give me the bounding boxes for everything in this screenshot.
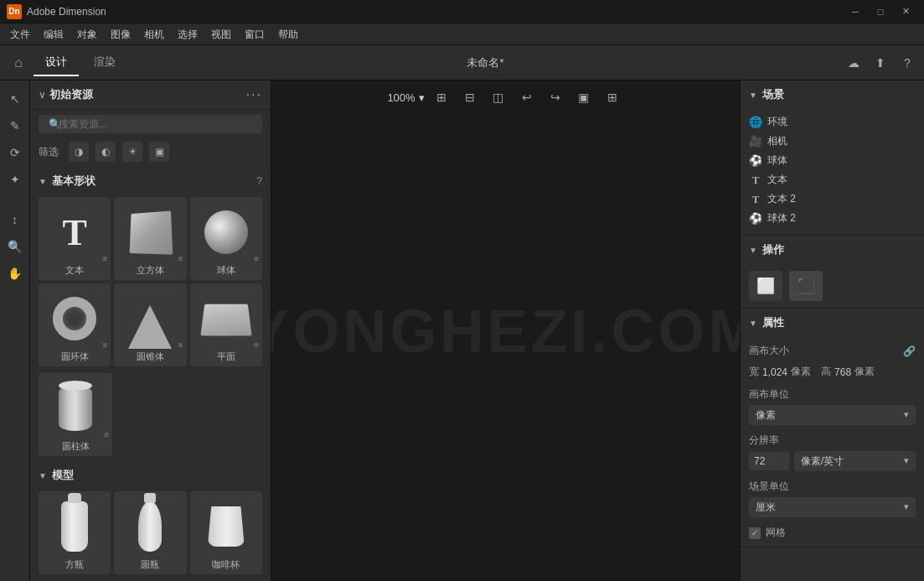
canvas-unit-block: 画布单位 像素 厘米 英寸 毫米 — [749, 387, 916, 425]
basic-shapes-title: 基本形状 — [52, 174, 256, 189]
operations-section-header[interactable]: ▼ 操作 — [741, 236, 924, 264]
basic-shapes-help-icon[interactable]: ? — [256, 175, 262, 187]
shape-cube-item[interactable]: 立方体 ≡ — [114, 197, 186, 280]
basic-shapes-section-header[interactable]: ▼ 基本形状 ? — [30, 169, 271, 194]
menu-file[interactable]: 文件 — [3, 23, 37, 45]
split-view-button[interactable]: ⊟ — [458, 87, 482, 107]
menu-help[interactable]: 帮助 — [271, 23, 305, 45]
scene-unit-block: 场景单位 厘米 英寸 米 — [749, 480, 916, 517]
models-section-header[interactable]: ▼ 模型 — [30, 463, 271, 488]
cone-shape-icon — [128, 305, 172, 349]
undo-button[interactable]: ↩ — [515, 87, 539, 107]
panel-collapse-arrow: ∨ — [39, 89, 46, 101]
menu-edit[interactable]: 编辑 — [37, 23, 70, 45]
properties-content: 画布大小 🔗 宽 1,024 像素 高 768 像素 画布单位 像素 — [741, 337, 924, 547]
camera-icon: 🎥 — [749, 135, 762, 148]
canvas-unit-select[interactable]: 像素 厘米 英寸 毫米 — [749, 405, 916, 425]
select-tool[interactable]: ↖ — [3, 87, 27, 111]
menu-camera[interactable]: 相机 — [137, 23, 171, 45]
grid-checkbox[interactable]: ✓ — [749, 527, 761, 539]
height-unit: 像素 — [854, 365, 875, 379]
filter-image-icon[interactable]: ▣ — [149, 142, 169, 162]
shape-sphere-more[interactable]: ≡ — [254, 254, 259, 263]
menu-object[interactable]: 对象 — [70, 23, 104, 45]
zoom-tool[interactable]: 🔍 — [3, 235, 27, 258]
shape-plane-more[interactable]: ≡ — [254, 340, 259, 350]
shape-cone-item[interactable]: 圆锥体 ≡ — [114, 283, 186, 366]
panel-more-button[interactable]: ··· — [246, 87, 262, 102]
help-icon[interactable]: ? — [897, 56, 917, 70]
text-shape-icon: T — [62, 211, 86, 254]
shape-cylinder-more[interactable]: ≡ — [104, 430, 109, 439]
canvas-size-label: 画布大小 — [749, 344, 900, 358]
filter-3d-icon[interactable]: ◑ — [69, 142, 89, 162]
close-button[interactable]: ✕ — [894, 3, 917, 20]
filter-light-icon[interactable]: ☀ — [122, 142, 142, 162]
scene-item-text[interactable]: T 文本 — [749, 170, 916, 189]
canvas-area[interactable]: 100% ▾ ⊞ ⊟ ◫ ↩ ↪ ▣ ⊞ YONGHEZI.COM — [271, 80, 740, 581]
render-preview-button[interactable]: ▣ — [572, 87, 596, 107]
resolution-input[interactable] — [749, 452, 789, 470]
height-value: 768 — [834, 366, 851, 378]
scene-item-sphere[interactable]: ⚽ 球体 — [749, 151, 916, 170]
camera-btn1[interactable]: ◫ — [487, 87, 510, 107]
shape-sphere-item[interactable]: 球体 ≡ — [190, 197, 262, 280]
rotate-tool[interactable]: ⟳ — [3, 141, 27, 164]
scene-item-environment[interactable]: 🌐 环境 — [749, 112, 916, 132]
model-coffeecup-item[interactable]: 咖啡杯 — [190, 491, 262, 574]
canvas-toolbar: 100% ▾ ⊞ ⊟ ◫ ↩ ↪ ▣ ⊞ — [387, 87, 623, 107]
plane-shape-icon — [200, 304, 251, 336]
home-button[interactable]: ⌂ — [7, 51, 30, 75]
shape-cone-label: 圆锥体 — [137, 350, 164, 363]
cylinder-shape-icon — [59, 386, 92, 431]
scene-unit-select[interactable]: 厘米 英寸 米 — [749, 497, 916, 517]
model-bottle-item[interactable]: 方瓶 — [39, 491, 111, 574]
shape-text-item[interactable]: T 文本 ≡ — [39, 197, 111, 280]
shape-plane-item[interactable]: 平面 ≡ — [190, 283, 262, 366]
app-title: Adobe Dimension — [27, 6, 844, 18]
models-arrow: ▼ — [39, 471, 47, 480]
hand-tool[interactable]: ✋ — [3, 262, 27, 285]
paint-tool[interactable]: ✎ — [3, 114, 27, 137]
model-coffeecup-preview — [196, 496, 256, 557]
menu-view[interactable]: 视图 — [204, 23, 238, 45]
scene-item-sphere2[interactable]: ⚽ 球体 2 — [749, 209, 916, 228]
search-input[interactable] — [39, 115, 262, 133]
link-icon[interactable]: 🔗 — [903, 345, 916, 357]
tab-render[interactable]: 渲染 — [82, 49, 127, 76]
shape-torus-more[interactable]: ≡ — [102, 340, 107, 350]
text-scene-icon: T — [749, 174, 762, 187]
tab-design[interactable]: 设计 — [34, 49, 79, 76]
cloud-icon[interactable]: ☁ — [844, 56, 864, 70]
op-button-2[interactable]: ⬛ — [789, 271, 823, 301]
grid-toggle-button[interactable]: ⊞ — [430, 87, 453, 107]
add-tool[interactable]: ✦ — [3, 168, 27, 191]
scene-section: ▼ 场景 🌐 环境 🎥 相机 ⚽ 球体 T 文本 — [741, 80, 924, 236]
menu-window[interactable]: 窗口 — [238, 23, 271, 45]
filter-material-icon[interactable]: ◐ — [95, 142, 116, 162]
scene-item-camera[interactable]: 🎥 相机 — [749, 132, 916, 151]
menu-select[interactable]: 选择 — [171, 23, 204, 45]
resolution-unit-select[interactable]: 像素/英寸 像素/厘米 — [794, 451, 916, 471]
minimize-button[interactable]: ─ — [844, 3, 867, 20]
shape-cylinder-item[interactable]: 圆柱体 ≡ — [39, 373, 112, 456]
shape-torus-item[interactable]: 圆环体 ≡ — [39, 283, 111, 366]
maximize-button[interactable]: □ — [869, 3, 892, 20]
screenshot-button[interactable]: ⊞ — [601, 87, 624, 107]
move-tool[interactable]: ↕ — [3, 208, 27, 231]
shape-cone-more[interactable]: ≡ — [178, 340, 183, 350]
op-button-1[interactable]: ⬜ — [749, 271, 782, 301]
scene-section-header[interactable]: ▼ 场景 — [741, 80, 924, 109]
shape-plane-preview — [196, 288, 256, 349]
shape-cube-more[interactable]: ≡ — [178, 254, 183, 263]
shape-text-more[interactable]: ≡ — [102, 254, 107, 263]
model-roundbottle-item[interactable]: 圆瓶 — [114, 491, 186, 574]
zoom-dropdown-icon[interactable]: ▾ — [419, 91, 425, 104]
scene-item-text2[interactable]: T 文本 2 — [749, 189, 916, 209]
share-icon[interactable]: ⬆ — [870, 56, 890, 70]
properties-section-header[interactable]: ▼ 属性 — [741, 309, 924, 337]
shape-cone-preview — [120, 288, 180, 349]
redo-button[interactable]: ↪ — [544, 87, 567, 107]
menu-image[interactable]: 图像 — [104, 23, 137, 45]
shape-torus-preview — [44, 288, 105, 349]
